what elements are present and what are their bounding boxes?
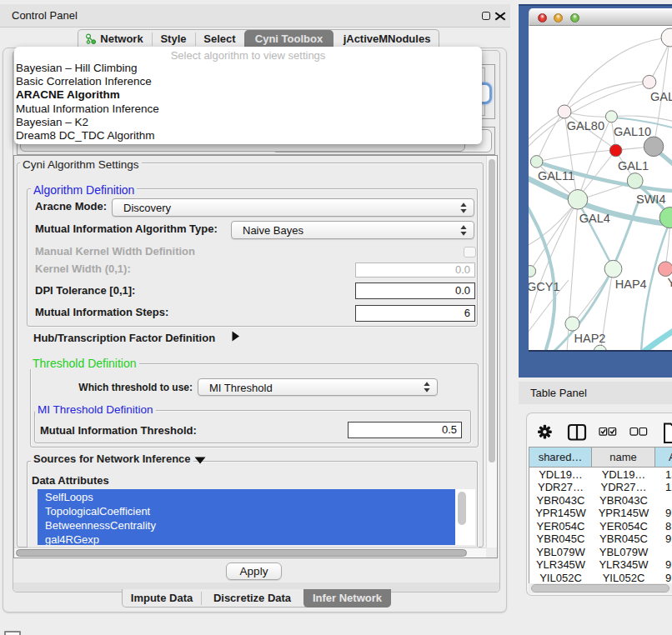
svg-text:HAP4: HAP4: [615, 278, 647, 291]
svg-text:SWI4: SWI4: [636, 192, 665, 206]
svg-text:HAP2: HAP2: [574, 332, 606, 345]
svg-text:Y: Y: [668, 276, 672, 289]
svg-text:GAL4: GAL4: [579, 212, 610, 225]
svg-text:GCY1: GCY1: [529, 280, 560, 293]
svg-text:GAL1: GAL1: [618, 159, 649, 172]
svg-text:GAL: GAL: [650, 90, 672, 103]
svg-text:GAL11: GAL11: [538, 169, 574, 182]
svg-text:GAL10: GAL10: [614, 125, 651, 138]
svg-text:GAL80: GAL80: [567, 119, 604, 132]
